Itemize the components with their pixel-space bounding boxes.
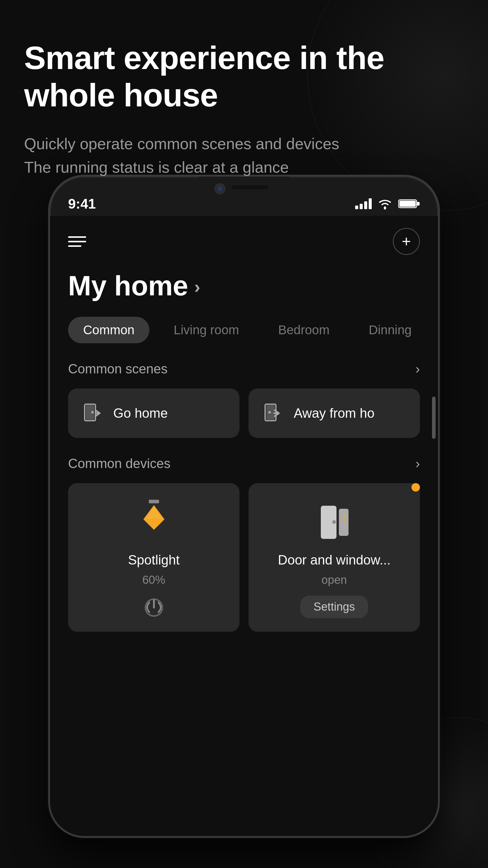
battery-icon xyxy=(398,198,420,209)
scenes-section-header: Common scenes › xyxy=(68,361,420,376)
menu-line-3 xyxy=(68,245,82,247)
subtitle-line2: The running status is clear at a glance xyxy=(24,158,289,176)
devices-arrow-icon[interactable]: › xyxy=(415,456,420,471)
main-title: Smart experience in the whole house xyxy=(24,39,464,114)
door-sensor-settings-button[interactable]: Settings xyxy=(300,595,368,618)
phone-speaker xyxy=(232,185,268,189)
signal-bar-4 xyxy=(369,198,372,209)
tab-living-room[interactable]: Living room xyxy=(158,317,254,343)
signal-bar-1 xyxy=(355,206,358,209)
tab-dinning[interactable]: Dinning xyxy=(354,317,420,343)
devices-section-title: Common devices xyxy=(68,456,170,471)
scroll-indicator xyxy=(432,397,435,439)
svg-rect-2 xyxy=(399,201,416,207)
svg-rect-3 xyxy=(417,202,420,206)
home-title-text: My home xyxy=(68,270,188,302)
status-bar: 9:41 xyxy=(68,193,420,214)
signal-bars-icon xyxy=(355,198,372,209)
exit-door-icon xyxy=(261,401,285,425)
phone-camera xyxy=(215,183,225,194)
top-bar: + xyxy=(68,216,420,264)
add-button[interactable]: + xyxy=(393,228,420,255)
wifi-icon xyxy=(378,198,392,210)
door-sensor-name: Door and window... xyxy=(278,553,390,567)
devices-section-header: Common devices › xyxy=(68,456,420,471)
scene-go-home-label: Go home xyxy=(113,406,168,421)
device-card-door-sensor[interactable]: Door and window... open Settings xyxy=(249,483,420,632)
phone-mockup: 9:41 xyxy=(48,175,440,838)
tab-bedroom[interactable]: Bedroom xyxy=(263,317,345,343)
device-cards: Spotlight 60% xyxy=(68,483,420,632)
svg-point-0 xyxy=(384,207,386,209)
svg-point-17 xyxy=(332,520,336,524)
room-tabs: Common Living room Bedroom Dinning xyxy=(68,317,420,343)
status-dot-active xyxy=(412,483,420,492)
enter-door-icon xyxy=(80,401,104,425)
device-card-spotlight[interactable]: Spotlight 60% xyxy=(68,483,239,632)
status-time: 9:41 xyxy=(68,195,96,212)
signal-bar-2 xyxy=(360,204,363,209)
status-icons xyxy=(355,198,420,210)
svg-point-6 xyxy=(91,411,94,413)
svg-point-10 xyxy=(268,411,271,413)
scenes-arrow-icon[interactable]: › xyxy=(415,361,420,376)
subtitle-line1: Quickly operate common scenes and device… xyxy=(24,135,339,153)
phone-frame: 9:41 xyxy=(48,175,440,838)
menu-line-1 xyxy=(68,236,86,238)
spotlight-status: 60% xyxy=(142,574,165,587)
door-sensor-status: open xyxy=(321,574,347,587)
scene-cards: Go home Away from ho xyxy=(68,389,420,438)
tab-common[interactable]: Common xyxy=(68,317,150,343)
scene-card-go-home[interactable]: Go home xyxy=(68,389,239,438)
subtitle: Quickly operate common scenes and device… xyxy=(24,132,464,179)
header-section: Smart experience in the whole house Quic… xyxy=(24,39,464,179)
door-sensor-icon xyxy=(310,498,358,547)
spotlight-icon xyxy=(130,498,178,547)
svg-point-20 xyxy=(343,520,346,523)
menu-button[interactable] xyxy=(68,236,86,247)
signal-bar-3 xyxy=(364,201,367,209)
home-title-chevron: › xyxy=(194,276,200,297)
scene-card-away[interactable]: Away from ho xyxy=(249,389,420,438)
spotlight-name: Spotlight xyxy=(128,553,180,567)
add-icon: + xyxy=(402,234,411,249)
menu-line-2 xyxy=(68,241,86,242)
scenes-section-title: Common scenes xyxy=(68,361,167,376)
phone-content: + My home › Common Living room Bedroom xyxy=(50,216,438,836)
spotlight-power-button[interactable] xyxy=(142,595,166,620)
home-title-bar[interactable]: My home › xyxy=(68,270,420,302)
scene-away-label: Away from ho xyxy=(294,406,375,421)
svg-point-19 xyxy=(343,515,346,518)
svg-rect-12 xyxy=(149,500,159,503)
